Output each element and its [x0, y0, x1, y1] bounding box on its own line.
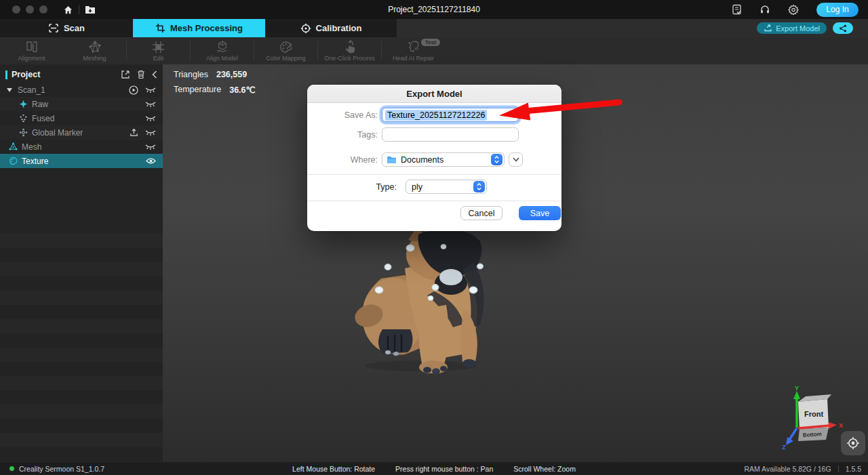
meshing-icon — [88, 40, 102, 54]
type-label: Type: — [307, 182, 397, 192]
folder-import-icon[interactable] — [85, 4, 96, 15]
save-label: Save — [530, 209, 550, 218]
cancel-label: Cancel — [469, 209, 495, 218]
tab-calibration-label: Calibration — [316, 23, 362, 33]
tags-label: Tags: — [307, 130, 378, 140]
tags-input[interactable] — [382, 127, 519, 142]
tab-mesh-processing[interactable]: Mesh Processing — [133, 19, 265, 37]
toolbar-align-model-label: Align Model — [206, 55, 238, 62]
hint-rotate: Left Mouse Button: Rotate — [292, 465, 375, 473]
edit-icon — [152, 40, 165, 54]
toolbar-meshing[interactable]: Meshing — [63, 37, 126, 64]
model-stats: Triangles236,559 Temperature36.6℃ — [174, 70, 256, 100]
cancel-button[interactable]: Cancel — [460, 206, 502, 220]
triangles-label: Triangles — [174, 70, 208, 79]
dropdown-stepper-icon — [491, 154, 502, 165]
status-bar: Creality Sermoon S1_1.0.7 Left Mouse But… — [0, 462, 868, 475]
fused-icon — [18, 114, 28, 123]
titlebar: Project_20251127211840 Log In — [0, 0, 868, 19]
doc-check-icon[interactable] — [731, 4, 742, 15]
toolbar-align-model[interactable]: Align Model — [191, 37, 254, 64]
toolbar-head-ai-repair-label: Head AI Repair — [393, 55, 434, 62]
calibration-target-icon — [300, 23, 311, 34]
toolbar-one-click-process-label: One-Click Process — [324, 55, 375, 62]
dialog-separator — [307, 174, 561, 175]
project-sidebar: Project Scan_1 Raw — [0, 64, 163, 462]
status-divider — [838, 466, 839, 472]
trash-icon[interactable] — [137, 70, 145, 79]
close-window-icon[interactable] — [12, 5, 20, 14]
save-as-input[interactable]: Texture_20251127212226 — [382, 108, 519, 122]
collapse-icon[interactable] — [152, 70, 157, 79]
sidebar-header: Project — [0, 66, 163, 83]
global-marker-icon — [18, 128, 28, 138]
scan-icon — [48, 23, 59, 33]
caret-down-icon[interactable] — [7, 88, 12, 92]
scanned-model-dog[interactable] — [340, 228, 503, 373]
processing-toolbar: Alignment Meshing Edit Align Model Color… — [0, 37, 868, 64]
export-dialog-title: Export Model — [307, 85, 561, 103]
tree-item-raw[interactable]: Raw — [0, 97, 163, 111]
hint-zoom: Scroll Wheel: Zoom — [513, 465, 576, 473]
export-dialog: Export Model Save As: Texture_2025112721… — [307, 85, 561, 231]
eye-closed-icon[interactable] — [145, 129, 156, 136]
orientation-gizmo[interactable]: Front Bottom Y X Z — [778, 386, 846, 450]
titlebar-divider — [79, 5, 79, 14]
tree-item-label: Mesh — [22, 142, 145, 152]
tab-mesh-processing-label: Mesh Processing — [170, 23, 243, 33]
tab-calibration[interactable]: Calibration — [265, 19, 397, 37]
headset-icon[interactable] — [760, 4, 770, 15]
upload-icon[interactable] — [130, 128, 138, 137]
gizmo-y-label: Y — [795, 386, 799, 392]
head-ai-repair-icon: AI — [407, 40, 420, 54]
chevron-down-icon — [513, 157, 519, 162]
save-as-selected-text: Texture_20251127212226 — [385, 110, 487, 121]
where-dropdown[interactable]: Documents — [382, 152, 505, 167]
tree-item-mesh[interactable]: Mesh — [0, 140, 163, 154]
svg-text:AI: AI — [414, 47, 418, 51]
temperature-label: Temperature — [174, 85, 221, 95]
minimize-window-icon[interactable] — [26, 5, 34, 14]
toolbar-edit-label: Edit — [153, 55, 164, 62]
tab-scan[interactable]: Scan — [0, 19, 133, 37]
toolbar-edit[interactable]: Edit — [127, 37, 190, 64]
expand-dialog-button[interactable] — [509, 152, 523, 167]
toolbar-alignment[interactable]: Alignment — [0, 37, 63, 64]
ram-available: RAM Available 5.82G / 16G — [744, 465, 831, 473]
type-value: ply — [412, 182, 471, 192]
one-click-process-icon — [344, 40, 356, 54]
eye-closed-icon[interactable] — [145, 115, 156, 122]
align-model-icon — [216, 40, 229, 54]
tree-item-fused[interactable]: Fused — [0, 111, 163, 125]
home-icon[interactable] — [62, 4, 73, 15]
gizmo-z-label: Z — [782, 444, 786, 450]
maximize-window-icon[interactable] — [39, 5, 47, 14]
toolbar-one-click-process[interactable]: One-Click Process — [318, 37, 381, 64]
reset-view-icon — [846, 436, 860, 450]
toolbar-meshing-label: Meshing — [83, 55, 106, 62]
triangles-value: 236,559 — [216, 70, 247, 79]
dialog-separator — [307, 201, 561, 201]
type-dropdown[interactable]: ply — [406, 180, 487, 194]
login-button[interactable]: Log In — [816, 3, 859, 17]
reset-view-button[interactable] — [841, 431, 865, 455]
eye-open-icon[interactable] — [146, 157, 156, 165]
save-button[interactable]: Save — [519, 206, 561, 220]
play-circle-icon[interactable] — [129, 85, 138, 95]
eye-closed-icon[interactable] — [145, 87, 156, 94]
export-model-button[interactable]: Export Model — [757, 22, 827, 34]
gear-icon[interactable] — [788, 4, 799, 15]
share-button[interactable] — [833, 22, 853, 34]
tree-item-label: Global Marker — [32, 128, 130, 138]
eye-closed-icon[interactable] — [145, 101, 156, 108]
tabrow-actions: Export Model — [397, 19, 868, 37]
eye-closed-icon[interactable] — [145, 144, 156, 150]
window-controls[interactable] — [12, 5, 47, 14]
tree-item-texture[interactable]: Texture — [0, 154, 163, 168]
toolbar-color-mapping[interactable]: Color Mapping — [254, 37, 317, 64]
tree-item-scan1[interactable]: Scan_1 — [0, 83, 163, 97]
import-icon[interactable] — [121, 70, 130, 79]
toolbar-head-ai-repair[interactable]: Test AI Head AI Repair — [382, 37, 445, 64]
tree-item-global-marker[interactable]: Global Marker — [0, 125, 163, 140]
folder-icon — [387, 156, 397, 164]
